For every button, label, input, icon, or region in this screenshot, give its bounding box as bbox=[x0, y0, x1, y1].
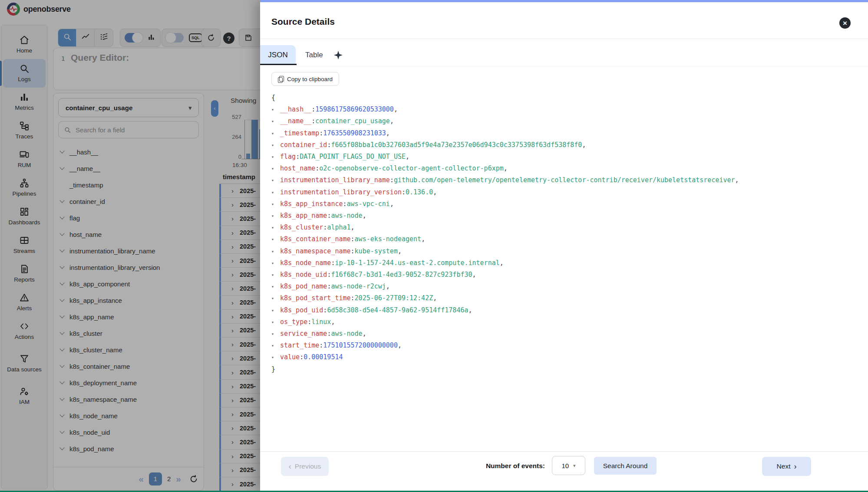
chevron-down-icon: ▾ bbox=[573, 463, 576, 469]
json-entry-k8s_node_name: ▾k8s_node_name:ip-10-1-157-244.us-east-2… bbox=[271, 257, 739, 269]
expand-triangle-icon[interactable]: ▾ bbox=[271, 198, 280, 210]
json-entry-k8s_container_name: ▾k8s_container_name:aws-eks-nodeagent, bbox=[271, 233, 739, 245]
next-button-label: Next bbox=[777, 462, 791, 470]
next-button[interactable]: Next › bbox=[762, 457, 811, 476]
search-around-label: Search Around bbox=[603, 462, 648, 470]
json-entry-container_id: ▾container_id:f665f08bba1c0b327603ad5f9e… bbox=[271, 139, 739, 151]
expand-triangle-icon[interactable]: ▾ bbox=[271, 104, 280, 115]
tab-json[interactable]: JSON bbox=[260, 45, 296, 65]
json-entry-__hash__: ▾__hash__:15986175869620533000, bbox=[271, 104, 739, 115]
json-entry-value: ▾value:0.00019514 bbox=[271, 351, 739, 363]
json-entry-host_name: ▾host_name:o2c-openobserve-collector-age… bbox=[271, 163, 739, 174]
previous-button[interactable]: ‹ Previous bbox=[281, 457, 329, 476]
close-icon: × bbox=[843, 20, 847, 27]
active-tab-underline bbox=[260, 64, 297, 65]
expand-triangle-icon[interactable]: ▾ bbox=[271, 340, 280, 351]
number-of-events-label: Number of events: bbox=[451, 462, 545, 470]
divider bbox=[260, 39, 868, 39]
previous-button-label: Previous bbox=[295, 462, 321, 470]
expand-triangle-icon[interactable]: ▾ bbox=[271, 257, 280, 269]
json-entry-k8s_app_instance: ▾k8s_app_instance:aws-vpc-cni, bbox=[271, 198, 739, 210]
json-entry-start_time: ▾start_time:1751015572000000000, bbox=[271, 340, 739, 351]
tab-table[interactable]: Table bbox=[302, 45, 327, 65]
expand-triangle-icon[interactable]: ▾ bbox=[271, 233, 280, 245]
copy-button-label: Copy to clipboard bbox=[287, 76, 333, 82]
expand-triangle-icon[interactable]: ▾ bbox=[271, 281, 280, 292]
expand-triangle-icon[interactable]: ▾ bbox=[271, 115, 280, 127]
expand-triangle-icon[interactable]: ▾ bbox=[271, 163, 280, 174]
json-entry-k8s_pod_name: ▾k8s_pod_name:aws-node-r2cwj, bbox=[271, 281, 739, 292]
json-entry-flag: ▾flag:DATA_POINT_FLAGS_DO_NOT_USE, bbox=[271, 151, 739, 163]
close-drawer-button[interactable]: × bbox=[839, 17, 851, 29]
divider bbox=[260, 451, 868, 452]
expand-triangle-icon[interactable]: ▾ bbox=[271, 139, 280, 151]
source-details-drawer: Source Details × JSON Table Copy to clip… bbox=[260, 0, 868, 492]
json-entry-k8s_pod_uid: ▾k8s_pod_uid:6d58c308-d5e4-4857-9a62-951… bbox=[271, 305, 739, 316]
json-entry-os_type: ▾os_type:linux, bbox=[271, 316, 739, 328]
drawer-title: Source Details bbox=[271, 16, 335, 27]
copy-icon bbox=[278, 76, 284, 82]
expand-triangle-icon[interactable]: ▾ bbox=[271, 292, 280, 304]
expand-triangle-icon[interactable]: ▾ bbox=[271, 128, 280, 139]
events-count-value: 10 bbox=[561, 462, 569, 469]
json-entry-__name__: ▾__name__:container_cpu_usage, bbox=[271, 115, 739, 127]
ai-sparkle-icon[interactable] bbox=[333, 50, 343, 60]
divider bbox=[260, 66, 868, 66]
json-entry-instrumentation_library_name: ▾instrumentation_library_name:github.com… bbox=[271, 174, 739, 186]
expand-triangle-icon[interactable]: ▾ bbox=[271, 246, 280, 257]
events-count-select[interactable]: 10 ▾ bbox=[552, 456, 585, 475]
expand-triangle-icon[interactable]: ▾ bbox=[271, 174, 280, 186]
json-entry-_timestamp: ▾_timestamp:1763550908231033, bbox=[271, 128, 739, 139]
json-entry-k8s_pod_start_time: ▾k8s_pod_start_time:2025-06-27T09:12:42Z… bbox=[271, 292, 739, 304]
expand-triangle-icon[interactable]: ▾ bbox=[271, 222, 280, 233]
json-entry-k8s_cluster: ▾k8s_cluster:alpha1, bbox=[271, 222, 739, 233]
json-entry-k8s_app_name: ▾k8s_app_name:aws-node, bbox=[271, 210, 739, 222]
expand-triangle-icon[interactable]: ▾ bbox=[271, 269, 280, 281]
expand-triangle-icon[interactable]: ▾ bbox=[271, 305, 280, 316]
expand-triangle-icon[interactable]: ▾ bbox=[271, 316, 280, 328]
json-entry-k8s_namespace_name: ▾k8s_namespace_name:kube-system, bbox=[271, 246, 739, 257]
chevron-left-icon: ‹ bbox=[289, 462, 291, 470]
json-entry-instrumentation_library_version: ▾instrumentation_library_version:0.136.0… bbox=[271, 187, 739, 198]
json-entry-service_name: ▾service_name:aws-node, bbox=[271, 328, 739, 340]
drawer-accent-strip bbox=[260, 0, 868, 2]
expand-triangle-icon[interactable]: ▾ bbox=[271, 351, 280, 363]
chevron-right-icon: › bbox=[794, 462, 796, 470]
expand-triangle-icon[interactable]: ▾ bbox=[271, 328, 280, 340]
copy-to-clipboard-button[interactable]: Copy to clipboard bbox=[271, 72, 339, 86]
json-entry-k8s_node_uid: ▾k8s_node_uid:f16f68c7-b3d1-4ed3-9052-82… bbox=[271, 269, 739, 281]
expand-triangle-icon[interactable]: ▾ bbox=[271, 210, 280, 222]
json-open-brace: { bbox=[271, 92, 739, 104]
drawer-tabs: JSON Table bbox=[260, 45, 868, 65]
search-around-button[interactable]: Search Around bbox=[594, 457, 657, 475]
expand-triangle-icon[interactable]: ▾ bbox=[271, 187, 280, 198]
json-close-brace: } bbox=[271, 364, 739, 375]
expand-triangle-icon[interactable]: ▾ bbox=[271, 151, 280, 163]
json-viewer: { ▾__hash__:15986175869620533000, ▾__nam… bbox=[271, 92, 739, 375]
